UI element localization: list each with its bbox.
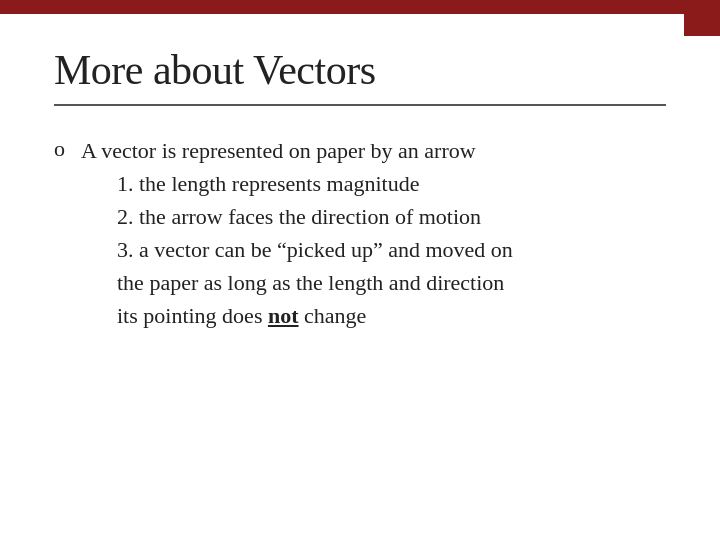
sub-item-3-line1: 3. a vector can be “picked up” and moved… <box>117 233 513 266</box>
sub-item-3-line2-text: the paper as long as the length and dire… <box>117 270 504 295</box>
sub-item-3-line3-prefix: its pointing does <box>117 303 268 328</box>
bullet-section: o A vector is represented on paper by an… <box>54 134 666 332</box>
slide-title: More about Vectors <box>54 46 666 94</box>
title-divider <box>54 104 666 106</box>
content-area: More about Vectors o A vector is represe… <box>0 14 720 540</box>
sub-item-3-line3: its pointing does not change <box>117 299 513 332</box>
sub-item-2: 2. the arrow faces the direction of moti… <box>117 200 513 233</box>
bullet-marker: o <box>54 136 65 162</box>
intro-line: A vector is represented on paper by an a… <box>81 134 513 167</box>
bullet-content: A vector is represented on paper by an a… <box>81 134 513 332</box>
sub-items: 1. the length represents magnitude 2. th… <box>81 167 513 332</box>
sub-item-3-line2: the paper as long as the length and dire… <box>117 266 513 299</box>
sub-item-3-line3-suffix: change <box>299 303 367 328</box>
sub-item-1: 1. the length represents magnitude <box>117 167 513 200</box>
not-underlined: not <box>268 303 299 328</box>
top-bar <box>0 0 720 14</box>
